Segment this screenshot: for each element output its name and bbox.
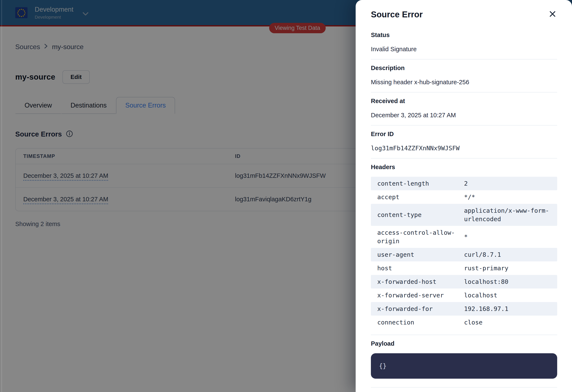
- field-label: Payload: [371, 340, 557, 347]
- header-value: 192.168.97.1: [464, 305, 551, 313]
- header-value: */*: [464, 193, 551, 201]
- header-key: x-forwarded-server: [377, 291, 462, 299]
- drawer-fields: StatusInvalid SignatureDescriptionMissin…: [371, 27, 557, 158]
- header-row: x-forwarded-hostlocalhost:80: [371, 275, 557, 288]
- field-label: Description: [371, 64, 557, 72]
- field-value: December 3, 2025 at 10:27 AM: [371, 111, 557, 120]
- header-key: content-length: [377, 179, 462, 188]
- header-row: content-length2: [371, 177, 557, 190]
- header-value: *: [464, 233, 551, 241]
- header-row: hostrust-primary: [371, 261, 557, 275]
- drawer-field: DescriptionMissing header x-hub-signatur…: [371, 60, 557, 93]
- header-row: accept*/*: [371, 190, 557, 204]
- header-row: access-control-allow-origin*: [371, 226, 557, 248]
- field-label: Error ID: [371, 130, 557, 138]
- header-key: x-forwarded-for: [377, 305, 462, 313]
- header-value: localhost:80: [464, 278, 551, 286]
- field-value: log31mFb14ZZFXnNNx9WJSFW: [371, 144, 557, 153]
- header-value: close: [464, 318, 551, 327]
- header-value: application/x-www-form-urlencoded: [464, 206, 551, 223]
- header-value: localhost: [464, 291, 551, 299]
- payload-code-block: {}: [371, 353, 557, 379]
- headers-section: Headers content-length2accept*/*content-…: [371, 158, 557, 335]
- page-left-edge: [1, 0, 2, 392]
- field-label: Received at: [371, 97, 557, 105]
- header-value: 2: [464, 179, 551, 188]
- header-row: content-typeapplication/x-www-form-urlen…: [371, 204, 557, 226]
- drawer-field: Received atDecember 3, 2025 at 10:27 AM: [371, 93, 557, 125]
- drawer-title: Source Error: [371, 10, 423, 19]
- field-label: Headers: [371, 163, 557, 171]
- header-key: host: [377, 264, 462, 272]
- headers-table: content-length2accept*/*content-typeappl…: [371, 177, 557, 329]
- field-label: Status: [371, 31, 557, 39]
- drawer-field: Error IDlog31mFb14ZZFXnNNx9WJSFW: [371, 125, 557, 158]
- field-value: Invalid Signature: [371, 45, 557, 54]
- header-key: x-forwarded-host: [377, 278, 462, 286]
- header-key: access-control-allow-origin: [377, 228, 462, 245]
- source-error-drawer: Source Error StatusInvalid SignatureDesc…: [356, 0, 572, 392]
- header-row: connectionclose: [371, 315, 557, 329]
- drawer-field: StatusInvalid Signature: [371, 27, 557, 60]
- close-icon[interactable]: [546, 8, 559, 21]
- header-value: curl/8.7.1: [464, 251, 551, 259]
- header-row: x-forwarded-for192.168.97.1: [371, 302, 557, 315]
- header-row: x-forwarded-serverlocalhost: [371, 288, 557, 302]
- payload-section: Payload {}: [371, 335, 557, 388]
- field-value: Missing header x-hub-signature-256: [371, 78, 557, 87]
- header-key: user-agent: [377, 251, 462, 259]
- header-key: connection: [377, 318, 462, 327]
- header-key: content-type: [377, 211, 462, 219]
- header-key: accept: [377, 193, 462, 201]
- header-value: rust-primary: [464, 264, 551, 272]
- header-row: user-agentcurl/8.7.1: [371, 248, 557, 261]
